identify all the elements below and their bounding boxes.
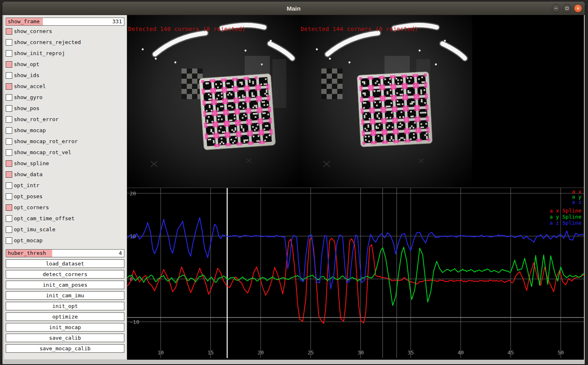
button-detect_corners[interactable]: detect_corners	[6, 270, 124, 279]
button-optimize[interactable]: optimize	[6, 312, 124, 321]
maximize-icon	[566, 7, 568, 10]
svg-text:25: 25	[307, 350, 314, 356]
checkbox-show_accel[interactable]	[6, 83, 12, 90]
titlebar[interactable]: Main ─ ✕	[2, 2, 585, 15]
checkbox-row-opt_imu_scale[interactable]: opt_imu_scale	[6, 224, 124, 235]
checkbox-label: opt_corners	[14, 204, 49, 210]
checkbox-show_spline[interactable]	[6, 160, 12, 167]
checkbox-opt_poses[interactable]	[6, 193, 12, 200]
button-init_opt[interactable]: init_opt	[6, 302, 124, 310]
svg-text:50: 50	[557, 350, 564, 356]
checkbox-row-opt_cam_time_offset[interactable]: opt_cam_time_offset	[6, 213, 124, 224]
checkbox-show_init_reproj[interactable]	[6, 50, 12, 57]
checkbox-label: show_gyro	[14, 94, 42, 100]
window-title: Main	[287, 5, 301, 12]
checkbox-label: opt_imu_scale	[14, 226, 55, 232]
window-content: show_frame331show_cornersshow_corners_re…	[4, 15, 584, 359]
maximize-button[interactable]	[563, 4, 571, 13]
checkbox-label: show_corners	[14, 28, 52, 34]
checkbox-opt_cam_time_offset[interactable]	[6, 215, 12, 222]
checkbox-row-show_gyro[interactable]: show_gyro	[6, 92, 124, 103]
checkbox-label: show_init_reproj	[14, 50, 65, 56]
accel-plot-svg: 20100-10101520253035404550a xa ya za x S…	[127, 188, 584, 360]
button-init_cam_poses[interactable]: init_cam_poses	[6, 281, 124, 289]
checkbox-label: opt_mocap	[14, 237, 42, 243]
checkbox-label: opt_cam_time_offset	[14, 215, 75, 221]
checkbox-row-show_mocap_rot_vel[interactable]: show_mocap_rot_vel	[6, 147, 124, 158]
checkbox-opt_imu_scale[interactable]	[6, 226, 12, 233]
camera-frame	[127, 15, 300, 188]
checkbox-row-show_corners_rejected[interactable]: show_corners_rejected	[6, 37, 124, 48]
checkbox-show_mocap_rot_vel[interactable]	[6, 149, 12, 156]
detection-caption-right: Detected 144 corners (0 rejected)	[301, 26, 418, 32]
checkbox-label: show_data	[14, 171, 42, 177]
svg-text:-10: -10	[130, 319, 139, 325]
checkbox-label: show_opt	[14, 61, 40, 67]
camera-view-left[interactable]: Detected 140 corners (0 rejected)	[127, 15, 300, 188]
window-controls: ─ ✕	[552, 4, 582, 13]
checkbox-row-show_mocap_rot_error[interactable]: show_mocap_rot_error	[6, 136, 124, 147]
svg-text:35: 35	[407, 350, 414, 356]
checkbox-label: show_corners_rejected	[14, 39, 81, 45]
button-save_mocap_calib[interactable]: save_mocap_calib	[6, 344, 124, 353]
checkbox-row-show_pos[interactable]: show_pos	[6, 103, 124, 114]
checkbox-show_pos[interactable]	[6, 105, 12, 112]
checkbox-label: show_ids	[14, 72, 40, 78]
detection-caption-left: Detected 140 corners (0 rejected)	[128, 26, 245, 32]
var-slider-show_frame[interactable]: show_frame331	[6, 18, 124, 26]
close-button[interactable]: ✕	[574, 4, 582, 13]
button-save_calib[interactable]: save_calib	[6, 334, 124, 342]
checkbox-row-show_rot_error[interactable]: show_rot_error	[6, 114, 124, 125]
checkbox-opt_mocap[interactable]	[6, 237, 12, 244]
checkbox-show_ids[interactable]	[6, 72, 12, 79]
var-slider-huber_thresh[interactable]: huber_thresh4	[6, 249, 124, 257]
minimize-button[interactable]: ─	[552, 4, 560, 13]
checkbox-row-show_ids[interactable]: show_ids	[6, 70, 124, 81]
checkbox-show_corners[interactable]	[6, 28, 12, 35]
camera-view-right[interactable]: Detected 144 corners (0 rejected)	[300, 15, 472, 188]
control-panel: show_frame331show_cornersshow_corners_re…	[4, 15, 127, 359]
legend-item: a z	[572, 199, 581, 205]
checkbox-label: opt_intr	[14, 182, 40, 188]
close-icon: ✕	[577, 6, 579, 11]
checkbox-show_corners_rejected[interactable]	[6, 39, 12, 46]
slider-value: 4	[119, 250, 122, 257]
checkbox-show_rot_error[interactable]	[6, 116, 12, 123]
checkbox-label: show_pos	[14, 105, 40, 111]
checkbox-row-show_mocap[interactable]: show_mocap	[6, 125, 124, 136]
svg-text:40: 40	[458, 350, 464, 356]
checkbox-row-opt_mocap[interactable]: opt_mocap	[6, 235, 124, 246]
minimize-icon: ─	[555, 6, 557, 11]
checkbox-row-show_data[interactable]: show_data	[6, 169, 124, 180]
checkbox-row-opt_poses[interactable]: opt_poses	[6, 191, 124, 202]
legend-item: a x Spline	[550, 208, 581, 214]
checkbox-row-show_corners[interactable]: show_corners	[6, 26, 124, 37]
aprilgrid-board	[199, 73, 276, 150]
svg-text:20: 20	[130, 190, 136, 197]
button-load_dataset[interactable]: load_dataset	[6, 259, 124, 268]
checkbox-label: show_mocap_rot_vel	[14, 149, 71, 155]
checkbox-opt_corners[interactable]	[6, 204, 12, 211]
svg-text:15: 15	[208, 350, 214, 356]
checkbox-row-opt_intr[interactable]: opt_intr	[6, 180, 124, 191]
checkbox-opt_intr[interactable]	[6, 182, 12, 189]
checkbox-row-show_spline[interactable]: show_spline	[6, 158, 124, 169]
checkbox-row-opt_corners[interactable]: opt_corners	[6, 202, 124, 213]
checkbox-show_mocap[interactable]	[6, 127, 12, 134]
checkbox-show_gyro[interactable]	[6, 94, 12, 101]
slider-value: 331	[113, 18, 122, 25]
checkbox-show_mocap_rot_error[interactable]	[6, 138, 12, 145]
checkbox-label: show_mocap_rot_error	[14, 138, 78, 144]
checkbox-row-show_opt[interactable]: show_opt	[6, 59, 124, 70]
checkbox-show_opt[interactable]	[6, 61, 12, 68]
imu-accel-plot[interactable]: 20100-10101520253035404550a xa ya za x S…	[127, 188, 584, 359]
button-init_cam_imu[interactable]: init_cam_imu	[6, 291, 124, 300]
button-init_mocap[interactable]: init_mocap	[6, 323, 124, 332]
main-window: Main ─ ✕ show_frame331show_cornersshow_c…	[2, 2, 585, 364]
svg-text:20: 20	[257, 350, 264, 356]
camera-images-row: Detected 140 corners (0 rejected) Detect…	[127, 15, 584, 188]
checkbox-row-show_accel[interactable]: show_accel	[6, 81, 124, 92]
slider-label: show_frame	[8, 18, 40, 25]
checkbox-row-show_init_reproj[interactable]: show_init_reproj	[6, 48, 124, 59]
checkbox-show_data[interactable]	[6, 171, 12, 178]
